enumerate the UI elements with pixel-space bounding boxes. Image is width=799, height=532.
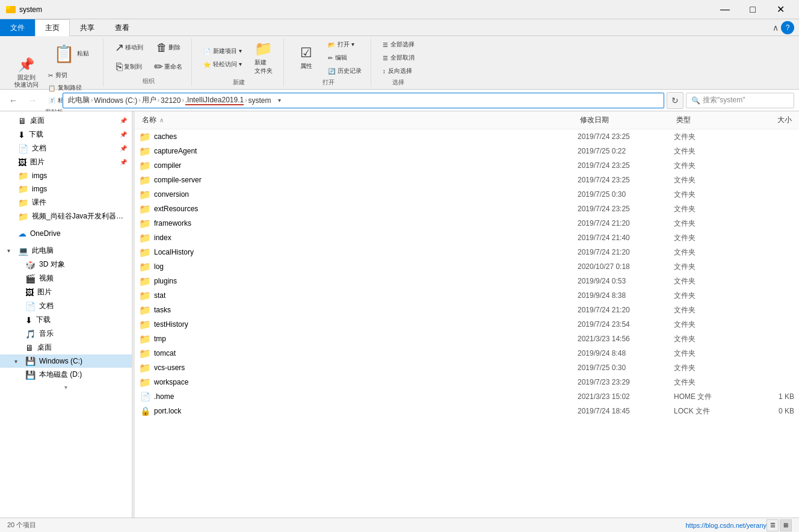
file-row[interactable]: 📁 captureAgent 2019/7/25 0:22 文件夹 [135, 144, 799, 158]
copy-to-button[interactable]: ⎘ 复制到 [112, 58, 146, 76]
ribbon-group-clipboard: 📌 固定到快速访问 📋 粘贴 ✂剪切 📋复制路径 📄粘贴快捷方式 剪贴板 [5, 39, 103, 87]
breadcrumb-users[interactable]: 用户 [142, 95, 156, 105]
new-label: 新建 [233, 78, 245, 88]
address-dropdown-button[interactable]: ▾ [274, 97, 286, 104]
tab-share[interactable]: 共享 [70, 19, 105, 36]
rename-button[interactable]: ✏ 重命名 [150, 58, 187, 76]
up-button[interactable]: ↑ [43, 92, 60, 109]
file-row[interactable]: 📁 frameworks 2019/7/24 21:20 文件夹 [135, 216, 799, 230]
open-icon: 📂 [328, 42, 335, 48]
pin-icon: 📌 [18, 57, 34, 73]
detail-view-button[interactable]: ⊞ [780, 519, 792, 531]
file-row[interactable]: 📁 index 2019/7/24 21:40 文件夹 [135, 230, 799, 245]
address-box[interactable]: 此电脑 › Windows (C:) › 用户 › 32120 › .Intel… [63, 93, 664, 108]
back-button[interactable]: ← [5, 92, 22, 109]
minimize-button[interactable]: — [711, 0, 739, 19]
move-to-button[interactable]: ↗ 移动到 [111, 39, 147, 57]
tab-home[interactable]: 主页 [35, 19, 70, 36]
list-view-button[interactable]: ☰ [767, 519, 779, 531]
breadcrumb-intellij[interactable]: .IntelliJIdea2019.1 [185, 96, 244, 105]
sidebar-item-video[interactable]: 🎬 视频 [0, 271, 132, 285]
sidebar-item-coursework[interactable]: 📁 课件 [0, 196, 132, 209]
sidebar-item-desktop[interactable]: 🖥 桌面 [0, 341, 132, 354]
file-row[interactable]: 📁 tomcat 2019/9/24 8:48 文件夹 [135, 346, 799, 360]
file-row[interactable]: 📁 extResources 2019/7/24 23:25 文件夹 [135, 202, 799, 216]
select-all-icon: ☰ [383, 42, 388, 48]
breadcrumb-user[interactable]: 32120 [161, 96, 180, 105]
collapse-ribbon-icon[interactable]: ∧ [773, 23, 779, 32]
open-button[interactable]: 📂打开 ▾ [324, 39, 366, 51]
cut-button[interactable]: ✂剪切 [44, 69, 98, 81]
file-row[interactable]: 📁 caches 2019/7/24 23:25 文件夹 [135, 129, 799, 144]
sidebar-item-onedrive[interactable]: ☁ OneDrive [0, 227, 132, 240]
sidebar-item-3d[interactable]: 🎲 3D 对象 [0, 258, 132, 271]
file-row[interactable]: 📁 stat 2019/9/24 8:38 文件夹 [135, 288, 799, 303]
sidebar-item-documents[interactable]: 📄 文档 [0, 299, 132, 313]
edit-button[interactable]: ✏编辑 [324, 52, 366, 64]
col-header-type[interactable]: 类型 [674, 114, 746, 126]
sidebar-item-local-d[interactable]: 💾 本地磁盘 (D:) [0, 368, 132, 382]
file-row[interactable]: 📁 LocalHistory 2019/7/24 21:20 文件夹 [135, 245, 799, 259]
easy-access-button[interactable]: ⭐轻松访问 ▾ [199, 58, 246, 70]
sidebar-item-windows-c[interactable]: ▾ 💾 Windows (C:) [0, 354, 132, 368]
file-row[interactable]: 📁 compile-server 2019/7/24 23:25 文件夹 [135, 173, 799, 187]
sidebar-item-imgs2[interactable]: 📁 imgs [0, 182, 132, 196]
new-folder-button[interactable]: 📁 新建文件夹 [248, 39, 279, 77]
file-row[interactable]: 📁 log 2020/10/27 0:18 文件夹 [135, 259, 799, 274]
sidebar-item-docs-quick[interactable]: 📄 文档 📌 [0, 141, 132, 155]
refresh-button[interactable]: ↻ [667, 92, 683, 109]
sidebar-item-pics-quick[interactable]: 🖼 图片 📌 [0, 155, 132, 169]
maximize-button[interactable]: □ [739, 0, 767, 19]
invert-icon: ↕ [383, 68, 386, 75]
sidebar-item-desktop-quick[interactable]: 🖥 桌面 📌 [0, 114, 132, 128]
easy-access-icon: ⭐ [203, 61, 211, 68]
help-icon[interactable]: ? [781, 21, 794, 34]
invert-selection-button[interactable]: ↕反向选择 [378, 65, 419, 77]
file-row[interactable]: 📁 testHistory 2019/7/24 23:54 文件夹 [135, 317, 799, 332]
organize-buttons: ↗ 移动到 ⎘ 复制到 🗑 删除 ✏ 重命名 [111, 39, 187, 76]
sidebar: 🖥 桌面 📌 ⬇ 下载 📌 📄 文档 📌 🖼 图片 📌 📁 imgs [0, 111, 132, 518]
new-folder-icon: 📁 [255, 40, 273, 57]
file-row[interactable]: 📁 compiler 2019/7/24 23:25 文件夹 [135, 158, 799, 173]
file-row[interactable]: 📁 conversion 2019/7/25 0:30 文件夹 [135, 187, 799, 202]
breadcrumb-drive[interactable]: Windows (C:) [94, 96, 137, 105]
paste-button[interactable]: 📋 粘贴 [44, 39, 98, 69]
sidebar-item-video-java[interactable]: 📁 视频_尚硅谷Java开发利器：Intelli. [0, 209, 132, 223]
sidebar-scroll-down[interactable]: ▾ [0, 382, 132, 393]
ribbon-group-new: 📄新建项目 ▾ ⭐轻松访问 ▾ 📁 新建文件夹 新建 [194, 39, 284, 87]
pin-to-quick-access-button[interactable]: 📌 固定到快速访问 [10, 54, 43, 92]
col-header-date[interactable]: 修改日期 [578, 114, 674, 126]
ribbon-group-select: ☰全部选择 ☰全部取消 ↕反向选择 选择 [374, 39, 424, 87]
file-row[interactable]: 📁 plugins 2019/9/24 0:53 文件夹 [135, 274, 799, 288]
breadcrumb-system[interactable]: system [248, 96, 271, 105]
sidebar-item-music[interactable]: 🎵 音乐 [0, 327, 132, 341]
forward-button[interactable]: → [24, 92, 41, 109]
file-row[interactable]: 📁 tmp 2021/3/23 14:56 文件夹 [135, 332, 799, 346]
col-header-name[interactable]: 名称 ∧ [140, 114, 578, 126]
sidebar-item-downloads-quick[interactable]: ⬇ 下载 📌 [0, 128, 132, 141]
sidebar-item-pictures[interactable]: 🖼 图片 [0, 285, 132, 299]
tab-file[interactable]: 文件 [0, 19, 35, 36]
breadcrumb-computer[interactable]: 此电脑 [68, 95, 90, 105]
delete-button[interactable]: 🗑 删除 [152, 39, 185, 57]
file-row[interactable]: 📁 vcs-users 2019/7/25 0:30 文件夹 [135, 360, 799, 375]
file-row[interactable]: 📁 workspace 2019/7/23 23:29 文件夹 [135, 375, 799, 389]
folder-icon: 📁 [140, 131, 150, 142]
file-row[interactable]: 🔒 port.lock 2019/7/24 18:45 LOCK 文件 0 KB [135, 404, 799, 418]
history-button[interactable]: 🔄历史记录 [324, 65, 366, 77]
file-date: 2019/7/24 23:25 [578, 132, 674, 141]
properties-icon: ☑ [300, 45, 312, 61]
sidebar-item-imgs1[interactable]: 📁 imgs [0, 169, 132, 182]
properties-button[interactable]: ☑ 属性 [291, 39, 321, 77]
select-none-button[interactable]: ☰全部取消 [378, 52, 419, 64]
col-header-size[interactable]: 大小 [746, 114, 794, 126]
search-box[interactable]: 🔍 搜索"system" [686, 93, 794, 108]
new-item-button[interactable]: 📄新建项目 ▾ [199, 45, 246, 57]
sidebar-item-this-pc[interactable]: ▾ 💻 此电脑 [0, 244, 132, 258]
tab-view[interactable]: 查看 [105, 19, 140, 36]
file-row[interactable]: 📁 tasks 2019/7/24 21:20 文件夹 [135, 303, 799, 317]
sidebar-item-downloads[interactable]: ⬇ 下载 [0, 313, 132, 327]
file-row[interactable]: 📄 .home 2021/3/23 15:02 HOME 文件 1 KB [135, 389, 799, 404]
select-all-button[interactable]: ☰全部选择 [378, 39, 419, 51]
close-button[interactable]: ✕ [767, 0, 794, 19]
